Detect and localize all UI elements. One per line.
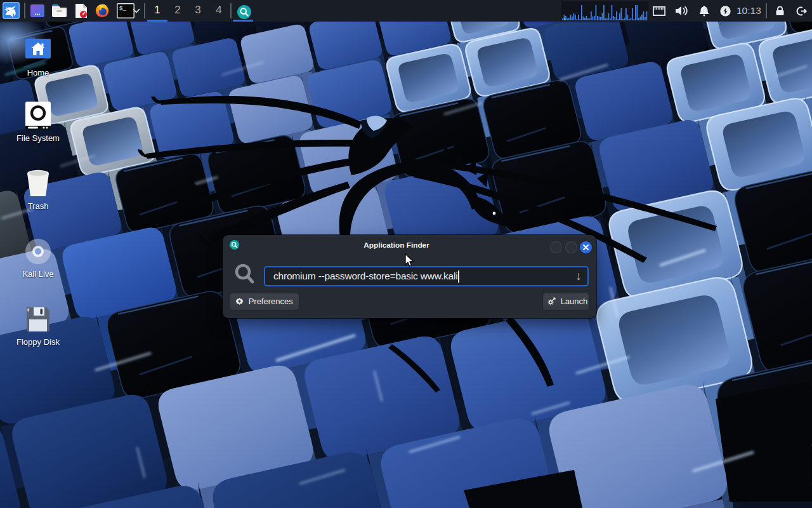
svg-text:$_: $_	[119, 6, 126, 12]
